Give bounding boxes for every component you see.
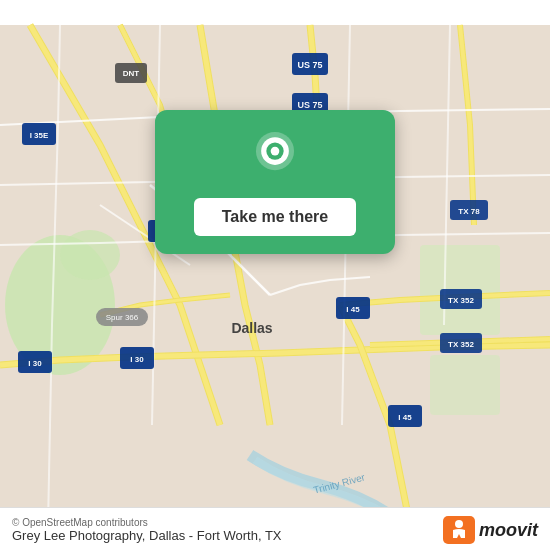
svg-text:I 45: I 45 — [346, 305, 360, 314]
location-label: Grey Lee Photography, Dallas - Fort Wort… — [12, 528, 282, 543]
svg-text:I 35E: I 35E — [30, 131, 49, 140]
moovit-logo: moovit — [443, 516, 538, 544]
bottom-bar: © OpenStreetMap contributors Grey Lee Ph… — [0, 507, 550, 550]
svg-point-38 — [271, 147, 280, 156]
map-background: US 75 US 75 I 35E I 35E DNT DNT Spur 366… — [0, 0, 550, 550]
moovit-text: moovit — [479, 520, 538, 541]
svg-text:TX 352: TX 352 — [448, 296, 474, 305]
svg-text:I 30: I 30 — [130, 355, 144, 364]
svg-rect-4 — [430, 355, 500, 415]
take-me-there-button[interactable]: Take me there — [194, 198, 356, 236]
svg-text:Spur 366: Spur 366 — [106, 313, 139, 322]
map-container: US 75 US 75 I 35E I 35E DNT DNT Spur 366… — [0, 0, 550, 550]
svg-text:US 75: US 75 — [297, 60, 322, 70]
copyright-text: © OpenStreetMap contributors — [12, 517, 282, 528]
svg-text:DNT: DNT — [123, 69, 140, 78]
action-card: Take me there — [155, 110, 395, 254]
location-pin-icon — [249, 132, 301, 184]
svg-text:TX 78: TX 78 — [458, 207, 480, 216]
svg-text:TX 352: TX 352 — [448, 340, 474, 349]
svg-point-40 — [455, 520, 463, 528]
svg-text:US 75: US 75 — [297, 100, 322, 110]
svg-text:Dallas: Dallas — [231, 320, 272, 336]
svg-point-2 — [60, 230, 120, 280]
moovit-icon — [443, 516, 475, 544]
svg-text:I 30: I 30 — [28, 359, 42, 368]
bottom-left-info: © OpenStreetMap contributors Grey Lee Ph… — [12, 517, 282, 543]
svg-text:I 45: I 45 — [398, 413, 412, 422]
